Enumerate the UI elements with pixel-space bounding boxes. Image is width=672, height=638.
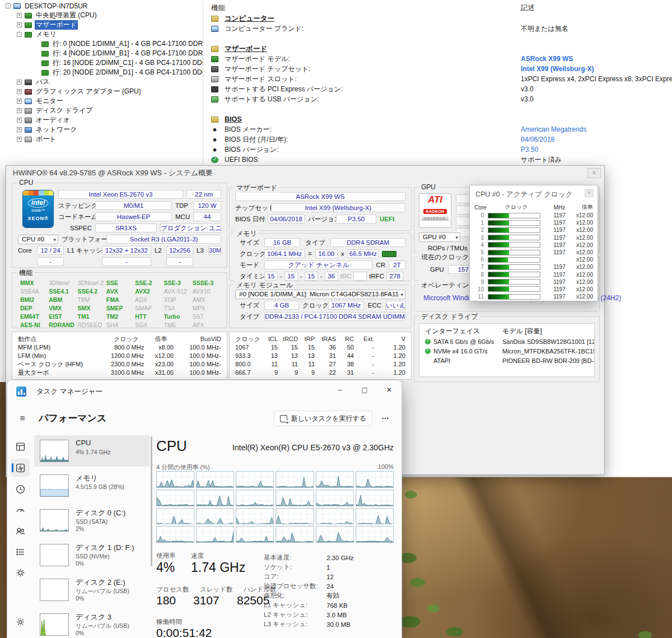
details-icon bbox=[15, 547, 26, 557]
list-item-disk0[interactable]: ディスク 0 (C:) SSD (SATA) 2% bbox=[34, 505, 150, 536]
l3-label: L3 bbox=[197, 247, 205, 254]
sidebar-item-app-history[interactable] bbox=[11, 480, 30, 498]
equals-glyph: = bbox=[308, 250, 312, 257]
cr-field: 2T bbox=[389, 260, 405, 269]
sidebar-item-details[interactable] bbox=[11, 543, 30, 561]
speed-value: 1.74 GHz bbox=[191, 560, 245, 575]
cpu-feature-flag: VMX bbox=[49, 305, 77, 311]
memory-module-dropdown[interactable]: #0 [NODE 1/DIMM_A1]: Micron CT4G4DFS8213… bbox=[235, 290, 405, 299]
tree-item[interactable]: 行: 16 [NODE 2/DIMM_C1] - 4 GB PC4-17100 … bbox=[0, 58, 203, 68]
tree-item[interactable]: - メモリ bbox=[0, 30, 203, 39]
tree-item-label[interactable]: グラフィックス アダプター (GPU) bbox=[35, 87, 142, 96]
tree-item-icon bbox=[41, 60, 49, 66]
cpu-core-graph-cell bbox=[276, 526, 314, 543]
list-item-disk3[interactable]: ディスク 3 リムーバブル (USB) 0% bbox=[34, 609, 150, 638]
tree-item[interactable]: 行: 0 [NODE 1/DIMM_A1] - 4 GB PC4-17100 D… bbox=[0, 39, 203, 49]
details-row: サポートする PCI Express バージョン: v3.0 bbox=[204, 84, 672, 94]
cpu-feature-flag: 3DNow!-2 bbox=[78, 280, 106, 286]
sidebar-item-processes[interactable] bbox=[11, 437, 30, 455]
sidebar-item-users[interactable] bbox=[11, 522, 30, 540]
tree-item-label[interactable]: メモリ bbox=[35, 30, 58, 39]
tree-expander-icon[interactable]: + bbox=[17, 127, 22, 132]
sidebar-item-settings[interactable] bbox=[11, 613, 30, 631]
maximize-icon[interactable] bbox=[352, 380, 377, 399]
tree-item[interactable]: + バス bbox=[0, 77, 203, 87]
tree-expander-icon[interactable]: + bbox=[17, 22, 22, 27]
tree-expander-icon[interactable]: + bbox=[17, 137, 22, 142]
navigation-rail bbox=[7, 433, 33, 638]
tree-item[interactable]: + モニター bbox=[0, 96, 203, 106]
gpu-select-dropdown[interactable]: GPU #0 bbox=[419, 232, 460, 242]
tree-expander-icon[interactable]: + bbox=[17, 108, 22, 113]
ecc-field: いいえ bbox=[385, 301, 405, 310]
tree-item-label[interactable]: オーディオ bbox=[35, 115, 71, 125]
tree-item-label[interactable]: 行: 0 [NODE 1/DIMM_A1] - 4 GB PC4-17100 D… bbox=[52, 39, 203, 49]
sidebar-item-performance[interactable] bbox=[11, 459, 30, 477]
tree-item-icon bbox=[25, 80, 32, 85]
tree-item-label[interactable]: ディスク ドライブ bbox=[35, 106, 94, 115]
tree-item[interactable]: + グラフィックス アダプター (GPU) bbox=[0, 87, 203, 96]
list-item-cpu[interactable]: CPU 4% 1.74 GHz bbox=[34, 435, 150, 467]
tree-item[interactable]: 行: 4 [NODE 1/DIMM_B1] - 4 GB PC4-17100 D… bbox=[0, 49, 203, 58]
tree-item-label[interactable]: マザーボード bbox=[35, 20, 78, 30]
cpu-spec-row: L2 キャッシュ: 3.0 MB bbox=[264, 610, 398, 620]
tree-item-label[interactable]: 中央処理装置 (CPU) bbox=[35, 11, 98, 20]
memory-mode-label: モード bbox=[235, 261, 261, 269]
threads-label: スレッド数 bbox=[200, 585, 233, 594]
tree-item-label[interactable]: 行: 4 [NODE 1/DIMM_B1] - 4 GB PC4-17100 D… bbox=[52, 49, 203, 58]
tree-item[interactable]: + ネットワーク bbox=[0, 125, 203, 134]
cpu-select-dropdown[interactable]: CPU #0 bbox=[18, 235, 58, 244]
close-icon[interactable]: ✕ bbox=[587, 168, 601, 178]
run-new-task-button[interactable]: 新しいタスクを実行する bbox=[274, 411, 372, 426]
tree-expander-icon[interactable]: + bbox=[17, 118, 22, 123]
tree-item-label[interactable]: ネットワーク bbox=[35, 125, 78, 134]
tree-item[interactable]: + オーディオ bbox=[0, 115, 203, 125]
sidebar-item-startup-apps[interactable] bbox=[11, 501, 30, 519]
more-options-icon[interactable] bbox=[377, 412, 394, 426]
tree-item[interactable]: 行: 20 [NODE 2/DIMM_D1] - 4 GB PC4-17100 … bbox=[0, 68, 203, 77]
tree-item-label[interactable]: バス bbox=[35, 77, 51, 87]
tree-item-icon bbox=[25, 32, 32, 38]
list-item-disk1[interactable]: ディスク 1 (D: F:) SSD (NVMe) 0% bbox=[34, 539, 150, 571]
times-glyph: x bbox=[341, 250, 344, 257]
list-item-disk2[interactable]: ディスク 2 (E:) リムーバブル (USB) 0% bbox=[34, 574, 150, 606]
ati-text: ATI bbox=[419, 195, 451, 205]
tree-item-label[interactable]: 行: 20 [NODE 2/DIMM_D1] - 4 GB PC4-17100 … bbox=[52, 68, 203, 77]
details-row-value: サポート済み bbox=[521, 155, 562, 165]
tree-expander-icon[interactable]: + bbox=[17, 13, 22, 18]
tree-item[interactable]: + ディスク ドライブ bbox=[0, 106, 203, 115]
tree-item-label[interactable]: モニター bbox=[35, 96, 64, 106]
l1-label: L1 キャッシュ bbox=[67, 246, 99, 255]
scrollbar[interactable] bbox=[151, 436, 152, 566]
core-clock-row: 11 1197 x12.00 bbox=[470, 293, 598, 300]
minimize-icon[interactable] bbox=[328, 380, 352, 399]
memory-table-row: 10671515 153650 -1.20 bbox=[235, 343, 405, 352]
tree-item[interactable]: + マザーボード bbox=[0, 20, 203, 30]
threads-value: 3107 bbox=[193, 594, 220, 607]
tree-item[interactable]: + ポート bbox=[0, 134, 203, 144]
tree-expander-icon[interactable]: - bbox=[6, 3, 11, 8]
core-clock-bar bbox=[488, 257, 540, 263]
hamburger-menu-icon[interactable] bbox=[13, 409, 32, 427]
tree-expander-icon[interactable]: - bbox=[17, 32, 22, 37]
tree-expander-icon[interactable]: + bbox=[17, 89, 22, 94]
task-manager-titlebar[interactable]: タスク マネージャー bbox=[7, 380, 402, 402]
tree-item[interactable]: + 中央処理装置 (CPU) bbox=[0, 11, 203, 20]
close-icon[interactable] bbox=[377, 380, 402, 399]
tree-item-label[interactable]: ポート bbox=[35, 134, 58, 144]
sidebar-item-services[interactable] bbox=[11, 564, 30, 581]
cpu-spec-row: 仮想化: 有効 bbox=[264, 591, 398, 600]
services-icon bbox=[15, 567, 26, 578]
details-row-icon bbox=[211, 56, 218, 62]
details-row: BIOS バージョン: P3.50 bbox=[204, 145, 672, 155]
list-item-memory[interactable]: メモリ 4.5/15.9 GB (28%) bbox=[34, 470, 150, 501]
tree-item-label[interactable]: 行: 16 [NODE 2/DIMM_C1] - 4 GB PC4-17100 … bbox=[52, 58, 203, 68]
tree-item[interactable]: - DESKTOP-IN7D5UR bbox=[0, 1, 203, 11]
tree-expander-icon[interactable]: + bbox=[17, 80, 22, 85]
core-clock-row: 2 1197 x12.00 bbox=[470, 226, 598, 234]
tree-item-label[interactable]: DESKTOP-IN7D5UR bbox=[24, 2, 88, 10]
tree-item-icon bbox=[25, 89, 32, 95]
close-icon[interactable]: ✕ bbox=[585, 189, 594, 197]
tree-expander-icon[interactable]: + bbox=[17, 99, 22, 104]
cpu-feature-flag: SGX bbox=[135, 322, 164, 328]
